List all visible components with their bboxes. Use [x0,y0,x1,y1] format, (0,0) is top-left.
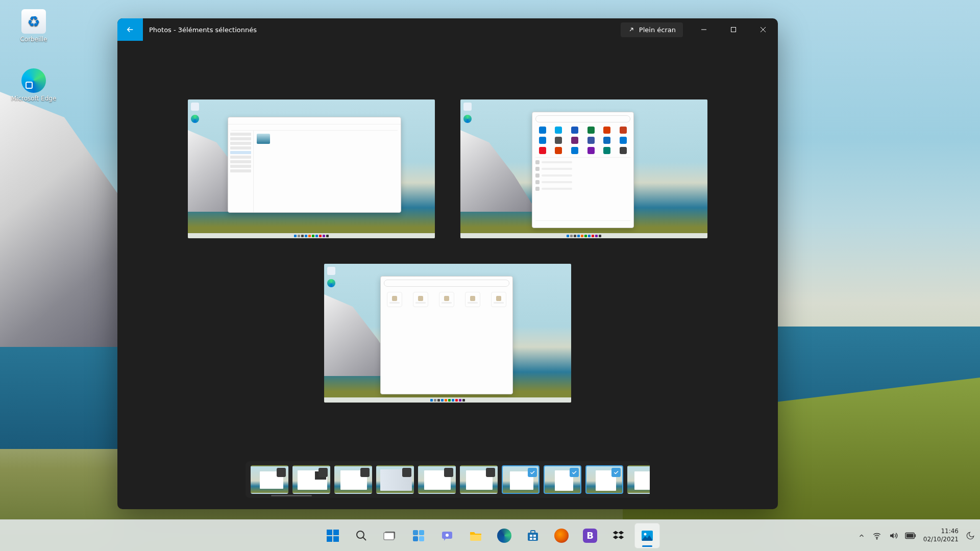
clock-time: 11:46 [923,528,959,536]
preview-image-1[interactable] [188,99,435,238]
dropbox-icon [611,528,626,543]
thumbnail-8[interactable] [544,465,581,494]
minimize-icon [701,27,707,33]
checkbox-icon[interactable] [360,468,370,477]
svg-rect-10 [413,536,418,541]
search-icon [354,528,369,543]
close-button[interactable] [748,18,778,41]
svg-rect-2 [333,530,339,535]
edge-shortcut-label: Microsoft Edge [9,95,58,102]
svg-rect-7 [384,533,394,540]
thumbnail-9[interactable] [585,465,623,494]
system-tray: 11:46 02/10/2021 [858,528,975,543]
firefox-icon [554,529,569,543]
file-explorer-button[interactable] [463,523,488,548]
thumbnail-1[interactable] [251,465,288,494]
titlebar: Photos - 3éléments sélectionnés Plein éc… [117,18,778,41]
chat-icon [439,528,455,543]
windows-icon [325,528,340,543]
letter-b-icon: B [583,529,597,543]
clock-date: 02/10/2021 [923,536,959,544]
checkbox-icon[interactable] [486,468,495,477]
fullscreen-button[interactable]: Plein écran [621,22,683,37]
task-view-button[interactable] [377,523,403,548]
wifi-icon [872,531,881,540]
preview-image-3[interactable] [324,264,571,403]
checkbox-icon[interactable] [444,468,453,477]
maximize-button[interactable] [719,18,748,41]
tray-overflow-button[interactable] [858,532,865,539]
thumbnail-3[interactable] [334,465,372,494]
widgets-button[interactable] [406,523,431,548]
svg-rect-8 [413,530,418,535]
fullscreen-icon [628,26,635,33]
thumbnail-4[interactable] [376,465,414,494]
battery-button[interactable] [905,532,916,539]
thumbnail-2[interactable] [292,465,330,494]
focus-assist-button[interactable] [966,531,975,540]
checkbox-checked-icon[interactable] [611,468,621,477]
minimize-button[interactable] [689,18,719,41]
svg-rect-19 [533,538,536,540]
preview-grid [117,41,778,461]
svg-rect-18 [530,538,532,540]
svg-rect-1 [327,530,332,535]
thumbnail-7[interactable] [502,465,540,494]
chat-button[interactable] [434,523,460,548]
fullscreen-label: Plein écran [639,26,676,34]
firefox-button[interactable] [549,523,574,548]
volume-button[interactable] [889,531,898,540]
svg-point-21 [644,533,647,535]
moon-icon [966,531,975,540]
dropbox-button[interactable] [606,523,631,548]
recycle-bin-label: Corbeille [9,36,58,43]
svg-rect-11 [419,536,424,541]
recycle-bin-icon[interactable]: Corbeille [9,9,58,43]
filmstrip[interactable] [246,461,650,498]
thumbnail-10[interactable] [627,465,650,494]
taskbar: B 11:46 02/10/2021 [0,519,980,551]
svg-rect-24 [906,534,914,537]
checkbox-icon[interactable] [318,468,328,477]
folder-icon [468,528,483,543]
window-controls [689,18,778,41]
edge-shortcut-icon[interactable]: Microsoft Edge [9,68,58,102]
clock-button[interactable]: 11:46 02/10/2021 [923,528,959,543]
speaker-icon [889,531,898,540]
svg-rect-16 [530,535,532,537]
photos-app-window: Photos - 3éléments sélectionnés Plein éc… [117,18,778,509]
chevron-up-icon [858,532,865,539]
svg-rect-0 [731,28,736,32]
search-button[interactable] [349,523,374,548]
battery-icon [905,532,916,539]
back-button[interactable] [117,18,143,41]
edge-button[interactable] [492,523,517,548]
svg-point-22 [876,538,877,539]
maximize-icon [730,27,737,33]
wifi-button[interactable] [872,531,881,540]
checkbox-checked-icon[interactable] [570,468,579,477]
start-button[interactable] [320,523,346,548]
checkbox-icon[interactable] [277,468,286,477]
microsoft-store-button[interactable] [520,523,546,548]
thumbnail-5[interactable] [418,465,456,494]
svg-rect-17 [533,535,536,537]
svg-point-13 [446,534,449,537]
svg-rect-3 [327,536,332,542]
thumbnail-6[interactable] [460,465,498,494]
svg-rect-4 [333,536,339,542]
svg-rect-25 [915,534,916,537]
photos-button[interactable] [634,523,660,548]
app-b-button[interactable]: B [577,523,603,548]
checkbox-icon[interactable] [402,468,411,477]
arrow-left-icon [126,25,135,34]
edge-icon [497,529,511,543]
preview-image-2[interactable] [460,99,707,238]
checkbox-checked-icon[interactable] [528,468,537,477]
window-title: Photos - 3éléments sélectionnés [149,26,257,34]
widgets-icon [411,528,426,543]
photos-icon [640,528,655,543]
close-icon [760,27,766,33]
svg-rect-15 [531,531,535,534]
task-view-icon [382,528,398,543]
